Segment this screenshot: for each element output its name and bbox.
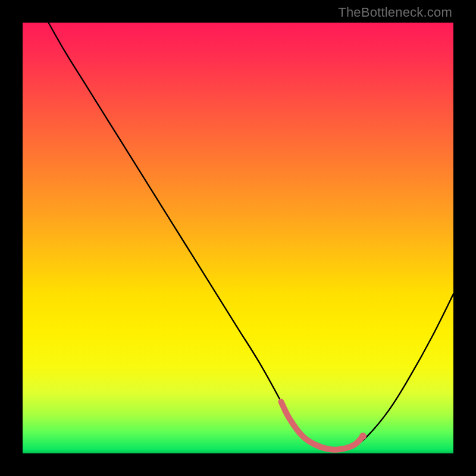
watermark-text: TheBottleneck.com [338, 5, 452, 20]
bottleneck-curve-line [48, 23, 453, 450]
plot-area [23, 23, 453, 453]
chart-frame: TheBottleneck.com [0, 0, 476, 476]
curve-layer [23, 23, 453, 453]
bottleneck-curve-highlight [281, 402, 363, 450]
highlight-end-dot [359, 433, 367, 440]
